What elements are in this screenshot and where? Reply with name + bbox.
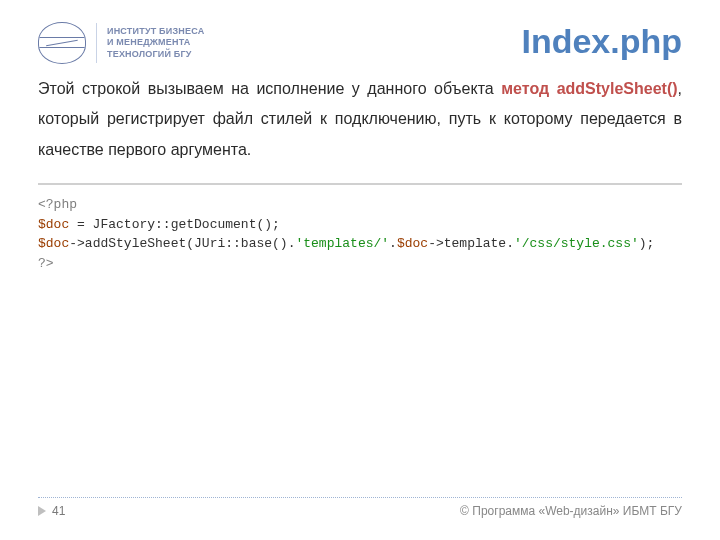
- code-arrow: ->: [428, 236, 444, 251]
- page-number: 41: [38, 504, 65, 518]
- code-block: <?php $doc = JFactory::getDocument(); $d…: [38, 183, 682, 273]
- code-open: <?php: [38, 197, 77, 212]
- org-line1: ИНСТИТУТ БИЗНЕСА: [107, 26, 204, 37]
- body-keyword: метод addStyleSheet(): [501, 80, 677, 97]
- org-name: ИНСТИТУТ БИЗНЕСА И МЕНЕДЖМЕНТА ТЕХНОЛОГИ…: [107, 26, 204, 60]
- footer-row: 41 © Программа «Web-дизайн» ИБМТ БГУ: [38, 504, 682, 518]
- slide-header: ИНСТИТУТ БИЗНЕСА И МЕНЕДЖМЕНТА ТЕХНОЛОГИ…: [38, 22, 682, 64]
- code-close: ?>: [38, 256, 54, 271]
- code-string: '/css/style.css': [514, 236, 639, 251]
- brand: ИНСТИТУТ БИЗНЕСА И МЕНЕДЖМЕНТА ТЕХНОЛОГИ…: [38, 22, 204, 64]
- code-call: addStyleSheet(JUri::base().: [85, 236, 296, 251]
- code-rest: = JFactory::getDocument();: [69, 217, 280, 232]
- code-var: $doc: [38, 236, 69, 251]
- code-tmpl: template.: [444, 236, 514, 251]
- globe-logo-icon: [38, 22, 86, 64]
- code-dot: .: [389, 236, 397, 251]
- slide-footer: 41 © Программа «Web-дизайн» ИБМТ БГУ: [38, 497, 682, 518]
- page-number-value: 41: [52, 504, 65, 518]
- triangle-icon: [38, 506, 46, 516]
- org-line2: И МЕНЕДЖМЕНТА: [107, 37, 204, 48]
- footer-divider: [38, 497, 682, 498]
- code-snippet: <?php $doc = JFactory::getDocument(); $d…: [38, 195, 682, 273]
- body-paragraph: Этой строкой вызываем на исполнение у да…: [38, 74, 682, 165]
- code-arrow: ->: [69, 236, 85, 251]
- copyright: © Программа «Web-дизайн» ИБМТ БГУ: [460, 504, 682, 518]
- body-lead: Этой строкой вызываем на исполнение у да…: [38, 80, 501, 97]
- code-var: $doc: [397, 236, 428, 251]
- page-title: Index.php: [521, 22, 682, 61]
- code-string: 'templates/': [295, 236, 389, 251]
- divider: [96, 23, 97, 63]
- code-var: $doc: [38, 217, 69, 232]
- org-line3: ТЕХНОЛОГИЙ БГУ: [107, 49, 204, 60]
- code-close-call: );: [639, 236, 655, 251]
